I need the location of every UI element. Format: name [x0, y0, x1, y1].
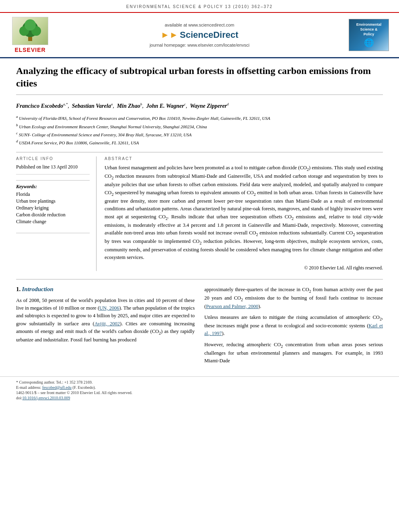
top-banner: ELSEVIER available at www.sciencedirect.…	[0, 13, 399, 58]
divider-2	[16, 233, 90, 233]
keyword-kriging: Ordinary kriging	[16, 205, 90, 211]
footer-corresponding: * Corresponding author. Tel.: +1 352 378…	[16, 380, 383, 384]
article-info-label: ARTICLE INFO	[16, 156, 90, 161]
keyword-urban-tree: Urban tree plantings	[16, 198, 90, 204]
main-content: Analyzing the efficacy of subtropical ur…	[0, 58, 399, 376]
abstract-col: ABSTRACT Urban forest management and pol…	[105, 156, 383, 271]
authors-line: Francisco Escobedoa,*, Sebastian Varelaa…	[16, 101, 383, 111]
published-date: Published on line 13 April 2010	[16, 164, 90, 175]
link-karl[interactable]: Karl et al., 1997	[204, 323, 383, 336]
journal-homepage: journal homepage: www.elsevier.com/locat…	[150, 43, 249, 47]
footer-email: E-mail address: fescobed@ufl.edu (F. Esc…	[16, 385, 383, 390]
affiliations: a University of Florida-IFAS, School of …	[16, 114, 383, 146]
article-info-col: ARTICLE INFO Published on line 13 April …	[16, 156, 97, 271]
affil-a: a University of Florida-IFAS, School of …	[16, 114, 383, 122]
footer-doi: doi:10.1016/j.envsci.2010.03.009	[16, 396, 383, 400]
affil-c: c SUNY- College of Environmental Science…	[16, 130, 383, 138]
globe-icon: 🌐	[364, 38, 374, 47]
intro-left-col: 1. Introduction As of 2008, 50 percent o…	[16, 286, 195, 368]
sup-a2: a	[111, 102, 113, 106]
author-sebastian: Sebastian Varela	[72, 103, 111, 109]
sup-a-star: a,*	[63, 102, 68, 106]
article-info-abstract: ARTICLE INFO Published on line 13 April …	[16, 152, 383, 271]
available-text: available at www.sciencedirect.com	[165, 23, 234, 27]
footer-email-link[interactable]: fescobed@ufl.edu	[42, 385, 72, 390]
copyright-line: © 2010 Elsevier Ltd. All rights reserved…	[105, 265, 383, 271]
intro-heading: 1. Introduction	[16, 286, 195, 293]
author-wayne: Wayne Zipperer	[190, 103, 227, 109]
keyword-climate: Climate change	[16, 219, 90, 225]
env-sci-title: EnvironmentalScience &Policy	[356, 23, 382, 37]
article-title: Analyzing the efficacy of subtropical ur…	[16, 65, 383, 95]
sup-b: b	[140, 102, 142, 106]
affil-d: d USDA Forest Service, PO Box 110806, Ga…	[16, 138, 383, 146]
footer-issn: 1462-9011/$ – see front matter © 2010 El…	[16, 390, 383, 395]
keyword-florida: Florida	[16, 191, 90, 197]
introduction-section: 1. Introduction As of 2008, 50 percent o…	[16, 279, 383, 368]
intro-two-col: 1. Introduction As of 2008, 50 percent o…	[16, 286, 383, 368]
sup-d: d	[227, 102, 229, 106]
author-john: John E. Wagner	[146, 103, 184, 109]
link-pearson[interactable]: Pearson and Palmer, 2000	[206, 304, 258, 309]
elsevier-logo: ELSEVIER	[8, 17, 52, 53]
author-min: Min Zhao	[117, 103, 140, 109]
env-sci-box: EnvironmentalScience &Policy 🌐	[349, 19, 389, 51]
link-un2006[interactable]: UN, 2006	[99, 305, 119, 311]
intro-right-text: approximately three-quarters of the incr…	[204, 286, 383, 365]
divider-1	[16, 180, 90, 181]
intro-right-col: approximately three-quarters of the incr…	[204, 286, 383, 368]
intro-left-text: As of 2008, 50 percent of the world's po…	[16, 297, 195, 344]
link-avijit[interactable]: Avijit, 2002	[95, 321, 120, 327]
right-logo-box: EnvironmentalScience &Policy 🌐	[347, 17, 391, 53]
journal-header: ENVIRONMENTAL SCIENCE & POLICY 13 (2010)…	[0, 0, 399, 13]
elsevier-text: ELSEVIER	[14, 47, 45, 53]
author-francisco: Francisco Escobedo	[16, 103, 63, 109]
abstract-text: Urban forest management and policies hav…	[105, 164, 383, 261]
sd-arrows-icon: ►►	[160, 30, 178, 40]
svg-point-4	[25, 19, 36, 31]
section-number: 1.	[16, 286, 21, 292]
page-footer: * Corresponding author. Tel.: +1 352 378…	[0, 376, 399, 405]
sd-text: ScienceDirect	[180, 30, 239, 40]
affil-b: b Urban Ecology and Environment Research…	[16, 122, 383, 130]
elsevier-tree-icon	[12, 17, 48, 45]
footer-doi-link[interactable]: 10.1016/j.envsci.2010.03.009	[23, 396, 70, 400]
abstract-label: ABSTRACT	[105, 156, 383, 161]
keywords-label: Keywords:	[16, 184, 90, 190]
intro-title: Introduction	[22, 286, 53, 292]
center-banner: available at www.sciencedirect.com ►► Sc…	[56, 17, 343, 53]
journal-name: ENVIRONMENTAL SCIENCE & POLICY 13 (2010)…	[126, 4, 273, 9]
sciencedirect-logo: ►► ScienceDirect	[160, 30, 238, 40]
keyword-co2: Carbon dioxide reduction	[16, 212, 90, 218]
page: ENVIRONMENTAL SCIENCE & POLICY 13 (2010)…	[0, 0, 399, 532]
sup-c: c	[184, 102, 186, 106]
